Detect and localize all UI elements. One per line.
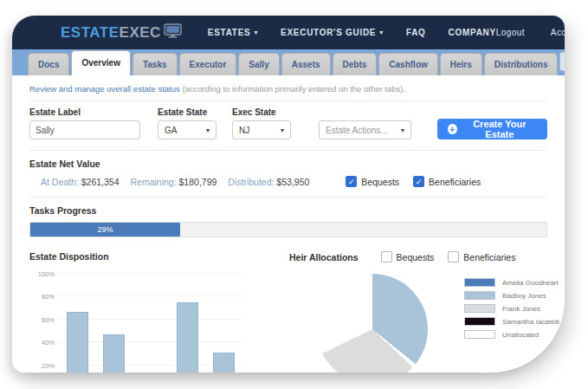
legend-label: Unallocated	[502, 331, 539, 339]
checkbox-label: Beneficiaries	[463, 252, 515, 263]
bar-chart-plot: 0%20%40%60%80%100%	[59, 274, 242, 373]
y-axis-tick-label: 80%	[42, 293, 55, 301]
net-value-stat: Distributed: $53,950	[228, 177, 309, 187]
monitor-icon	[161, 23, 182, 42]
tab-heirs[interactable]: Heirs	[440, 53, 482, 75]
net-value-checkboxes: ✓Bequests✓Beneficiaries	[346, 176, 481, 187]
stat-value: $261,354	[81, 177, 120, 187]
heir-filter-checkboxes: BequestsBeneficiaries	[381, 251, 516, 263]
checkbox-unchecked-icon	[448, 251, 459, 263]
caret-down-icon: ▾	[281, 126, 284, 134]
legend-label: Amelia Goodheart	[502, 279, 558, 287]
nav-menu: ESTATES▾EXECUTOR'S GUIDE▾FAQCOMPANY	[208, 28, 496, 37]
estate-actions-placeholder: Estate Actions...	[326, 126, 388, 135]
stat-label: Distributed:	[228, 177, 276, 187]
legend-swatch	[464, 278, 495, 287]
legend-item: Amelia Goodheart	[464, 278, 559, 287]
heir-filter-beneficiaries[interactable]: Beneficiaries	[448, 251, 515, 263]
bar-sold	[103, 334, 125, 373]
create-estate-button[interactable]: + Create Your Estate	[437, 119, 547, 139]
bar-column	[59, 274, 95, 373]
bar-planned	[67, 312, 88, 373]
estate-actions-select[interactable]: Estate Actions... ▾	[319, 120, 411, 139]
legend-label: Frank Jones	[502, 305, 540, 313]
stat-value: $53,950	[276, 177, 309, 187]
checkbox-checked-icon: ✓	[346, 176, 357, 187]
charts-row: Estate Disposition 0%20%40%60%80%100% Pl…	[29, 241, 547, 373]
tab-debts[interactable]: Debts	[333, 53, 378, 75]
stat-value: $180,799	[179, 177, 217, 187]
nav-item-company[interactable]: COMPANY	[449, 28, 496, 37]
nav-item-faq[interactable]: FAQ	[406, 28, 426, 37]
estate-disposition-panel: Estate Disposition 0%20%40%60%80%100% Pl…	[29, 251, 268, 373]
estateexec-logo[interactable]: ESTATEEXEC	[61, 23, 182, 42]
legend-label: Badboy Jones	[502, 292, 546, 300]
exec-state-label: Exec State	[232, 107, 291, 117]
bar-series	[59, 274, 242, 373]
exec-state-select[interactable]: NJ ▾	[232, 120, 291, 139]
caret-down-icon: ▾	[401, 126, 404, 134]
nav-item-logout[interactable]: Logout	[496, 28, 525, 37]
heir-allocations-header: Heir Allocations BequestsBeneficiaries	[289, 251, 559, 263]
bar-column	[169, 274, 205, 373]
nav-item-executor-s-guide[interactable]: EXECUTOR'S GUIDE▾	[281, 28, 384, 37]
y-axis-tick-label: 60%	[42, 315, 55, 323]
estate-form-row: Estate Label Estate State GA ▾ Exec Stat…	[29, 101, 547, 151]
nav-item-label: EXECUTOR'S GUIDE	[281, 28, 376, 37]
estate-state-select[interactable]: GA ▾	[158, 120, 216, 139]
checkbox-label: Beneficiaries	[429, 177, 481, 187]
bar-column	[132, 274, 169, 373]
logo-text-exec: EXEC	[120, 24, 161, 42]
overview-content: Review and manage overall estate status …	[12, 75, 565, 373]
legend-swatch	[464, 330, 495, 339]
top-navbar: ESTATEEXEC ESTATES▾EXECUTOR'S GUIDE▾FAQC…	[12, 16, 565, 49]
bar-distributed	[213, 353, 235, 373]
stat-label: Remaining:	[131, 177, 179, 187]
y-axis-tick-label: 40%	[42, 339, 55, 347]
net-value-stats: At Death: $261,354Remaining: $180,799Dis…	[29, 177, 309, 187]
net-value-row: At Death: $261,354Remaining: $180,799Dis…	[29, 169, 547, 198]
bar-column	[95, 274, 132, 373]
stat-label: At Death:	[41, 177, 81, 187]
net-filter-beneficiaries[interactable]: ✓Beneficiaries	[413, 176, 481, 187]
tasks-progress-heading: Tasks Progress	[29, 198, 547, 216]
legend-swatch	[464, 317, 495, 326]
legend-swatch	[464, 291, 495, 300]
tab-overview[interactable]: Overview	[71, 50, 130, 75]
estate-state-value: GA	[165, 126, 177, 135]
checkbox-unchecked-icon	[381, 251, 392, 263]
tab-sally[interactable]: Sally	[238, 53, 279, 75]
intro-text: Review and manage overall estate status …	[29, 75, 547, 101]
y-axis-tick-label: 100%	[38, 270, 55, 278]
exec-state-value: NJ	[239, 126, 249, 135]
net-value-stat: Remaining: $180,799	[131, 177, 217, 187]
tab-docs[interactable]: Docs	[28, 53, 69, 75]
estate-label-label: Estate Label	[29, 107, 140, 117]
estate-label-input[interactable]	[29, 120, 140, 139]
tab-tasks[interactable]: Tasks	[132, 53, 178, 75]
heir-allocations-chart: Amelia GoodheartBadboy JonesFrank JonesS…	[289, 274, 559, 373]
legend-item: Samantha Iacatelli	[464, 317, 559, 326]
net-filter-bequests[interactable]: ✓Bequests	[346, 176, 399, 187]
estate-disposition-chart: 0%20%40%60%80%100% PlannedSoldDebtsAlloc…	[29, 274, 268, 373]
app-window: ESTATEEXEC ESTATES▾EXECUTOR'S GUIDE▾FAQC…	[12, 16, 565, 373]
exec-state-field: Exec State NJ ▾	[232, 107, 291, 139]
nav-item-label: COMPANY	[449, 28, 496, 37]
heir-allocations-panel: Heir Allocations BequestsBeneficiaries A…	[289, 251, 559, 373]
tab-assets[interactable]: Assets	[281, 53, 331, 75]
tab-strip: DocsOverviewTasksExecutorSallyAssetsDebt…	[12, 49, 565, 75]
save-all-button[interactable]: Save All	[559, 52, 565, 71]
create-estate-label: Create Your Estate	[462, 119, 537, 139]
tab-distributions[interactable]: Distributions	[484, 53, 559, 75]
heir-filter-bequests[interactable]: Bequests	[381, 251, 435, 263]
tab-actions: Save All Cancel All	[559, 52, 565, 74]
nav-right: LogoutAccount	[496, 28, 565, 37]
pie-legend: Amelia GoodheartBadboy JonesFrank JonesS…	[464, 274, 559, 373]
tab-executor[interactable]: Executor	[179, 53, 237, 75]
nav-item-account[interactable]: Account	[551, 28, 565, 37]
tab-cashflow[interactable]: Cashflow	[378, 53, 437, 75]
legend-item: Badboy Jones	[464, 291, 559, 300]
nav-item-estates[interactable]: ESTATES▾	[208, 28, 258, 37]
intro-rest: (according to information primarily ente…	[180, 84, 405, 94]
legend-label: Samantha Iacatelli	[502, 318, 559, 326]
